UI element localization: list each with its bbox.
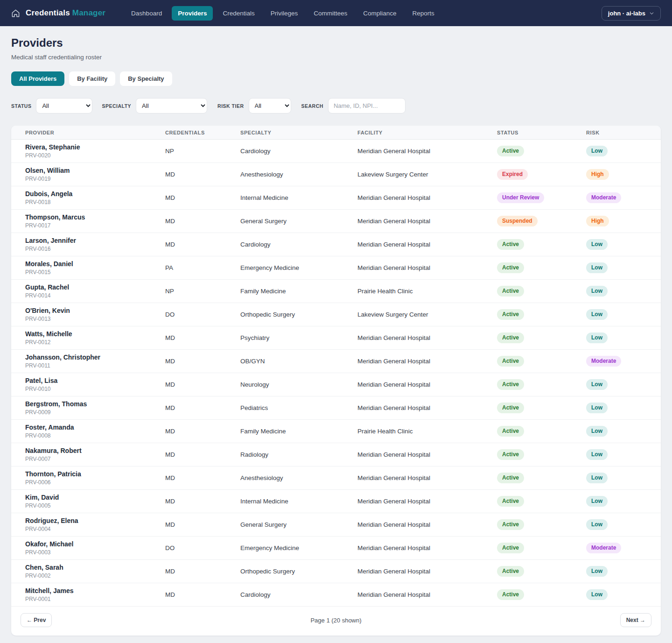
chevron-down-icon <box>649 11 654 16</box>
provider-id: PRV-0015 <box>25 269 165 276</box>
facility-cell: Meridian General Hospital <box>357 218 497 225</box>
status-badge: Active <box>497 426 524 436</box>
specialty-cell: Anesthesiology <box>240 474 357 481</box>
provider-id: PRV-0002 <box>25 572 165 579</box>
provider-name[interactable]: Nakamura, Robert <box>25 447 165 454</box>
status-filter-select[interactable]: All <box>36 98 92 113</box>
provider-name[interactable]: Kim, David <box>25 494 165 501</box>
table-row: Dubois, Angela PRV-0018 MD Internal Medi… <box>11 186 661 209</box>
provider-name[interactable]: Gupta, Rachel <box>25 283 165 291</box>
provider-name[interactable]: Dubois, Angela <box>25 190 165 198</box>
facility-cell: Meridian General Hospital <box>357 474 497 481</box>
specialty-cell: General Surgery <box>240 218 357 225</box>
table-column-header: Facility <box>357 130 497 135</box>
nav-item[interactable]: Compliance <box>357 6 402 21</box>
provider-name[interactable]: Johansson, Christopher <box>25 353 165 361</box>
provider-name[interactable]: Mitchell, James <box>25 587 165 594</box>
provider-name[interactable]: Olsen, William <box>25 167 165 174</box>
next-page-button[interactable]: Next → <box>620 613 651 627</box>
specialty-filter-select[interactable]: All <box>136 98 207 113</box>
provider-name[interactable]: Rivera, Stephanie <box>25 143 165 151</box>
status-badge: Active <box>497 403 524 413</box>
provider-id: PRV-0018 <box>25 199 165 205</box>
risk-cell: Low <box>586 473 661 483</box>
table-column-header: Credentials <box>165 130 240 135</box>
risk-cell: Low <box>586 449 661 459</box>
facility-cell: Meridian General Hospital <box>357 358 497 365</box>
table-row: Okafor, Michael PRV-0003 DO Emergency Me… <box>11 536 661 559</box>
specialty-cell: Cardiology <box>240 148 357 155</box>
risk-cell: Moderate <box>586 192 661 203</box>
provider-cell: Foster, Amanda PRV-0008 <box>25 420 165 443</box>
provider-cell: Thompson, Marcus PRV-0017 <box>25 210 165 233</box>
status-cell: Active <box>497 473 586 483</box>
provider-name[interactable]: Okafor, Michael <box>25 540 165 548</box>
nav-item[interactable]: Dashboard <box>125 6 168 21</box>
providers-table-card: Provider Credentials Specialty Facility … <box>11 126 661 636</box>
prev-page-button[interactable]: ← Prev <box>21 613 52 627</box>
facility-cell: Meridian General Hospital <box>357 148 497 155</box>
provider-name[interactable]: Rodriguez, Elena <box>25 517 165 524</box>
risk-tier-filter-select[interactable]: All <box>249 98 291 113</box>
facility-cell: Meridian General Hospital <box>357 264 497 271</box>
facility-cell: Meridian General Hospital <box>357 498 497 505</box>
facility-cell: Meridian General Hospital <box>357 334 497 341</box>
status-badge: Active <box>497 286 524 296</box>
provider-cell: Okafor, Michael PRV-0003 <box>25 537 165 559</box>
credentials-cell: MD <box>165 498 240 505</box>
provider-name[interactable]: Thornton, Patricia <box>25 470 165 478</box>
provider-name[interactable]: Morales, Daniel <box>25 260 165 268</box>
provider-id: PRV-0003 <box>25 549 165 556</box>
table-row: Bergstrom, Thomas PRV-0009 MD Pediatrics… <box>11 396 661 419</box>
provider-name[interactable]: Thompson, Marcus <box>25 213 165 221</box>
user-menu[interactable]: john · ai-labs <box>602 6 661 21</box>
nav-item[interactable]: Providers <box>172 6 213 21</box>
provider-name[interactable]: Foster, Amanda <box>25 424 165 431</box>
home-icon[interactable] <box>11 9 20 18</box>
provider-name[interactable]: Chen, Sarah <box>25 564 165 571</box>
provider-name[interactable]: Bergstrom, Thomas <box>25 400 165 408</box>
nav-item[interactable]: Reports <box>406 6 441 21</box>
credentials-cell: MD <box>165 171 240 178</box>
view-tab[interactable]: By Specialty <box>120 71 172 86</box>
provider-name[interactable]: O'Brien, Kevin <box>25 307 165 314</box>
risk-badge: Low <box>586 566 608 576</box>
risk-badge: Low <box>586 496 608 506</box>
status-cell: Active <box>497 403 586 413</box>
provider-name[interactable]: Patel, Lisa <box>25 377 165 384</box>
provider-id: PRV-0012 <box>25 339 165 346</box>
provider-cell: Larson, Jennifer PRV-0016 <box>25 233 165 256</box>
risk-badge: Moderate <box>586 192 621 203</box>
view-tab[interactable]: All Providers <box>11 71 64 86</box>
specialty-cell: Cardiology <box>240 241 357 248</box>
specialty-cell: Emergency Medicine <box>240 544 357 551</box>
provider-name[interactable]: Larson, Jennifer <box>25 237 165 244</box>
table-row: Morales, Daniel PRV-0015 PA Emergency Me… <box>11 256 661 279</box>
provider-id: PRV-0004 <box>25 526 165 532</box>
risk-badge: Low <box>586 449 608 459</box>
search-input[interactable] <box>328 98 406 113</box>
credentials-cell: MD <box>165 474 240 481</box>
risk-cell: Low <box>586 286 661 296</box>
provider-id: PRV-0008 <box>25 432 165 439</box>
nav-item[interactable]: Committees <box>308 6 353 21</box>
nav-item[interactable]: Privileges <box>265 6 304 21</box>
facility-cell: Meridian General Hospital <box>357 451 497 458</box>
credentials-cell: NP <box>165 148 240 155</box>
view-tab[interactable]: By Facility <box>69 71 115 86</box>
table-row: Thornton, Patricia PRV-0006 MD Anesthesi… <box>11 466 661 489</box>
status-badge: Active <box>497 449 524 459</box>
app-title: CredentialsManager <box>26 8 105 18</box>
provider-cell: Gupta, Rachel PRV-0014 <box>25 280 165 303</box>
table-row: Chen, Sarah PRV-0002 MD Orthopedic Surge… <box>11 559 661 583</box>
facility-cell: Prairie Health Clinic <box>357 288 497 295</box>
table-row: Gupta, Rachel PRV-0014 NP Family Medicin… <box>11 279 661 303</box>
status-cell: Active <box>497 332 586 343</box>
provider-id: PRV-0001 <box>25 596 165 602</box>
provider-id: PRV-0007 <box>25 456 165 462</box>
provider-cell: Morales, Daniel PRV-0015 <box>25 256 165 279</box>
nav-item[interactable]: Credentials <box>217 6 260 21</box>
table-row: Rivera, Stephanie PRV-0020 NP Cardiology… <box>11 140 661 163</box>
page-subtitle: Medical staff credentialing roster <box>11 54 661 61</box>
provider-name[interactable]: Watts, Michelle <box>25 330 165 338</box>
